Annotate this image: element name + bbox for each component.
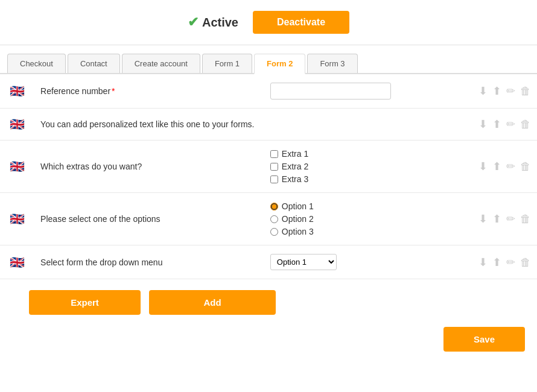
flag-cell: 🇬🇧	[0, 109, 34, 141]
tab-form3[interactable]: Form 3	[307, 54, 357, 73]
checkbox-extra2-label[interactable]: Extra 2	[270, 162, 445, 171]
move-up-icon[interactable]: ⬆	[492, 84, 501, 98]
checkmark-icon: ✔	[188, 14, 199, 30]
move-down-icon[interactable]: ⬇	[478, 160, 488, 173]
tab-form1[interactable]: Form 1	[202, 54, 252, 73]
edit-icon[interactable]: ✏	[506, 160, 515, 173]
flag-icon: 🇬🇧	[10, 212, 25, 226]
active-label: Active	[202, 16, 238, 30]
flag-cell: 🇬🇧	[0, 245, 34, 279]
radio-option1-label[interactable]: Option 1	[270, 201, 445, 211]
checkbox-extra1[interactable]	[270, 150, 278, 158]
deactivate-button[interactable]: Deactivate	[253, 11, 349, 34]
active-status: ✔ Active	[188, 14, 238, 30]
radio-option2[interactable]	[270, 215, 278, 223]
table-row: 🇬🇧 Reference number* ⬇ ⬆ ✏ 🗑	[0, 74, 537, 109]
delete-icon[interactable]: 🗑	[520, 85, 531, 98]
tabs-bar: Checkout Contact Create account Form 1 F…	[0, 45, 537, 74]
dropdown-cell: Option 1 Option 2 Option 3	[264, 245, 451, 279]
edit-icon[interactable]: ✏	[506, 118, 515, 131]
tab-contact[interactable]: Contact	[68, 54, 120, 73]
delete-icon[interactable]: 🗑	[520, 213, 531, 226]
move-up-icon[interactable]: ⬆	[492, 256, 501, 269]
checkbox-extra1-label[interactable]: Extra 1	[270, 149, 445, 159]
static-text-label: You can add personalized text like this …	[34, 109, 451, 141]
move-down-icon[interactable]: ⬇	[478, 256, 488, 269]
field-label: Reference number*	[34, 74, 264, 109]
expert-button[interactable]: Expert	[29, 290, 141, 315]
form-table: 🇬🇧 Reference number* ⬇ ⬆ ✏ 🗑 🇬🇧 You can …	[0, 74, 537, 279]
edit-icon[interactable]: ✏	[506, 256, 515, 269]
actions-cell: ⬇ ⬆ ✏ 🗑	[451, 245, 537, 279]
input-cell	[264, 74, 451, 109]
radio-option2-label[interactable]: Option 2	[270, 214, 445, 224]
actions-cell: ⬇ ⬆ ✏ 🗑	[451, 74, 537, 109]
add-button[interactable]: Add	[149, 290, 276, 315]
checkbox-extra3[interactable]	[270, 175, 278, 183]
reference-number-input[interactable]	[270, 83, 391, 100]
edit-icon[interactable]: ✏	[506, 84, 515, 98]
save-bar: Save	[0, 315, 537, 361]
field-label: Which extras do you want?	[34, 141, 264, 193]
radio-option1[interactable]	[270, 203, 278, 210]
move-up-icon[interactable]: ⬆	[492, 160, 501, 173]
flag-icon: 🇬🇧	[10, 118, 25, 131]
move-up-icon[interactable]: ⬆	[492, 212, 501, 226]
checkbox-extra2[interactable]	[270, 163, 278, 171]
edit-icon[interactable]: ✏	[506, 212, 515, 226]
tab-checkout[interactable]: Checkout	[7, 54, 66, 73]
flag-icon: 🇬🇧	[10, 84, 25, 98]
field-label: Select form the drop down menu	[34, 245, 264, 279]
move-down-icon[interactable]: ⬇	[478, 118, 488, 131]
table-row: 🇬🇧 Which extras do you want? Extra 1 Ext…	[0, 141, 537, 193]
radio-group-cell: Option 1 Option 2 Option 3	[264, 193, 451, 245]
move-down-icon[interactable]: ⬇	[478, 212, 488, 226]
delete-icon[interactable]: 🗑	[520, 160, 531, 173]
actions-cell: ⬇ ⬆ ✏ 🗑	[451, 141, 537, 193]
bottom-buttons: Expert Add	[0, 279, 537, 315]
radio-option3-label[interactable]: Option 3	[270, 227, 445, 236]
field-label: Please select one of the options	[34, 193, 264, 245]
required-star: *	[112, 86, 115, 96]
move-up-icon[interactable]: ⬆	[492, 118, 501, 131]
actions-cell: ⬇ ⬆ ✏ 🗑	[451, 193, 537, 245]
flag-cell: 🇬🇧	[0, 74, 34, 109]
radio-option3[interactable]	[270, 228, 278, 236]
tab-form2[interactable]: Form 2	[254, 54, 305, 74]
flag-cell: 🇬🇧	[0, 141, 34, 193]
delete-icon[interactable]: 🗑	[520, 256, 531, 269]
tab-create-account[interactable]: Create account	[122, 54, 200, 73]
flag-icon: 🇬🇧	[10, 160, 25, 173]
checkbox-extra3-label[interactable]: Extra 3	[270, 174, 445, 184]
header-bar: ✔ Active Deactivate	[0, 0, 537, 45]
checkbox-group: Extra 1 Extra 2 Extra 3	[270, 149, 445, 184]
table-row: 🇬🇧 You can add personalized text like th…	[0, 109, 537, 141]
radio-group: Option 1 Option 2 Option 3	[270, 201, 445, 236]
table-row: 🇬🇧 Select form the drop down menu Option…	[0, 245, 537, 279]
save-button[interactable]: Save	[443, 327, 525, 352]
flag-icon: 🇬🇧	[10, 256, 25, 269]
delete-icon[interactable]: 🗑	[520, 118, 531, 131]
flag-cell: 🇬🇧	[0, 193, 34, 245]
dropdown-select[interactable]: Option 1 Option 2 Option 3	[270, 254, 337, 270]
actions-cell: ⬇ ⬆ ✏ 🗑	[451, 109, 537, 141]
move-down-icon[interactable]: ⬇	[478, 84, 488, 98]
checkbox-group-cell: Extra 1 Extra 2 Extra 3	[264, 141, 451, 193]
table-row: 🇬🇧 Please select one of the options Opti…	[0, 193, 537, 245]
